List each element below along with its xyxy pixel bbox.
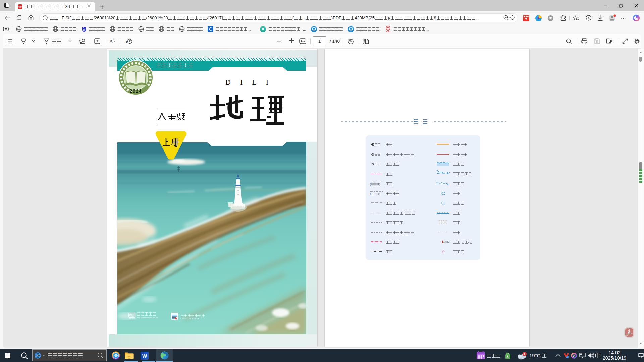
svg-text:2024: 2024: [130, 89, 142, 94]
svg-text:PDF: PDF: [19, 6, 22, 8]
svg-text:BCP 1897: BCP 1897: [129, 318, 135, 320]
svg-text:W: W: [142, 353, 147, 359]
svg-text:a: a: [125, 39, 127, 44]
svg-text:e: e: [573, 354, 575, 358]
svg-text:A: A: [109, 39, 113, 44]
svg-text:3952: 3952: [444, 241, 449, 243]
svg-text:e: e: [36, 353, 38, 358]
svg-text:ICBC: ICBC: [386, 31, 390, 33]
svg-text:2: 2: [524, 352, 525, 356]
